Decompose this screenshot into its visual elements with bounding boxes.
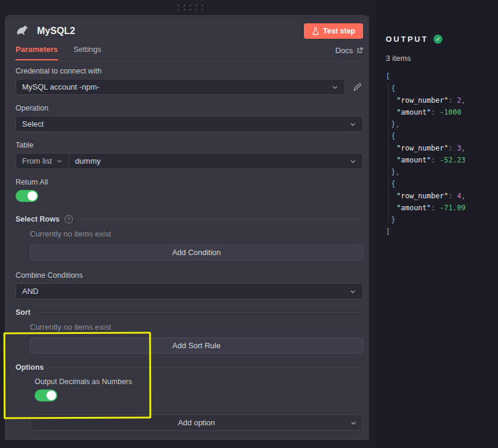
- credential-field: Credential to connect with MySQL account…: [16, 67, 363, 95]
- add-sort-rule-button[interactable]: Add Sort Rule: [30, 337, 363, 354]
- chevron-down-icon: [56, 158, 63, 164]
- operation-select[interactable]: Select: [16, 116, 363, 132]
- operation-field: Operation Select: [16, 104, 363, 132]
- options-section-header: Options: [16, 363, 363, 372]
- output-items-count: 3 items: [386, 54, 491, 63]
- output-decimals-option: Output Decimals as Numbers: [35, 378, 363, 404]
- divider: [48, 367, 363, 368]
- sort-section-header: Sort: [16, 308, 363, 317]
- node-detail-panel: MySQL2 Test step Parameters Settings Doc…: [5, 15, 369, 440]
- output-json: [{"row_number": 2,"amount": -1000},{"row…: [386, 70, 491, 238]
- add-option-button[interactable]: Add option: [30, 415, 363, 431]
- divider: [35, 312, 363, 313]
- chevron-down-icon: [349, 288, 356, 295]
- tab-settings[interactable]: Settings: [73, 45, 102, 60]
- return-all-toggle[interactable]: [16, 190, 38, 202]
- panel-header: MySQL2 Test step Parameters Settings Doc…: [5, 15, 369, 61]
- output-panel: OUTPUT 3 items [{"row_number": 2,"amount…: [376, 0, 498, 448]
- operation-label: Operation: [16, 104, 363, 112]
- table-mode-select[interactable]: From list: [16, 154, 69, 168]
- docs-link[interactable]: Docs: [335, 46, 363, 60]
- output-title: OUTPUT: [386, 35, 428, 44]
- options-title: Options: [16, 363, 44, 372]
- tab-parameters[interactable]: Parameters: [16, 45, 58, 60]
- select-rows-title: Select Rows: [16, 215, 60, 223]
- success-check-icon: [434, 35, 442, 44]
- chevron-down-icon: [350, 419, 357, 426]
- help-icon[interactable]: [64, 215, 73, 223]
- test-step-button[interactable]: Test step: [304, 23, 363, 39]
- mysql-dolphin-icon: [16, 23, 31, 39]
- sort-title: Sort: [16, 308, 30, 317]
- add-condition-label: Add Condition: [172, 248, 221, 257]
- docs-label: Docs: [335, 46, 353, 55]
- return-all-field: Return All: [16, 178, 363, 204]
- output-decimals-label: Output Decimals as Numbers: [35, 378, 363, 386]
- divider: [78, 219, 363, 220]
- tabs-bar: Parameters Settings Docs: [16, 45, 363, 61]
- add-condition-button[interactable]: Add Condition: [30, 244, 363, 260]
- select-rows-empty-text: Currently no items exist: [30, 229, 363, 238]
- operation-value: Select: [22, 119, 44, 128]
- combine-conditions-field: Combine Conditions AND: [16, 271, 363, 299]
- test-step-label: Test step: [323, 27, 355, 35]
- credential-value: MySQL account -npm-: [22, 82, 100, 91]
- chevron-down-icon: [349, 121, 356, 128]
- credential-label: Credential to connect with: [16, 67, 363, 75]
- node-title: MySQL2: [37, 26, 75, 36]
- return-all-label: Return All: [16, 178, 363, 186]
- table-value: dummy: [75, 157, 101, 165]
- credential-select[interactable]: MySQL account -npm-: [16, 79, 345, 95]
- sort-empty-text: Currently no items exist: [30, 323, 363, 332]
- chevron-down-icon: [331, 84, 339, 91]
- select-rows-section-header: Select Rows: [16, 215, 363, 223]
- combine-conditions-value: AND: [22, 287, 38, 296]
- edit-credential-button[interactable]: [351, 81, 363, 93]
- external-link-icon: [356, 47, 363, 54]
- drag-handle[interactable]: [176, 3, 205, 11]
- combine-conditions-select[interactable]: AND: [16, 283, 363, 299]
- table-value-select[interactable]: dummy: [69, 154, 362, 168]
- add-sort-rule-label: Add Sort Rule: [173, 341, 221, 350]
- combine-conditions-label: Combine Conditions: [16, 271, 363, 280]
- output-decimals-toggle[interactable]: [35, 389, 57, 401]
- chevron-down-icon: [349, 158, 356, 165]
- table-label: Table: [16, 141, 363, 149]
- table-mode-value: From list: [22, 157, 52, 165]
- add-option-label: Add option: [178, 418, 215, 427]
- parameters-form: Credential to connect with MySQL account…: [5, 61, 369, 431]
- flask-icon: [312, 27, 319, 35]
- table-field: Table From list dummy: [16, 141, 363, 169]
